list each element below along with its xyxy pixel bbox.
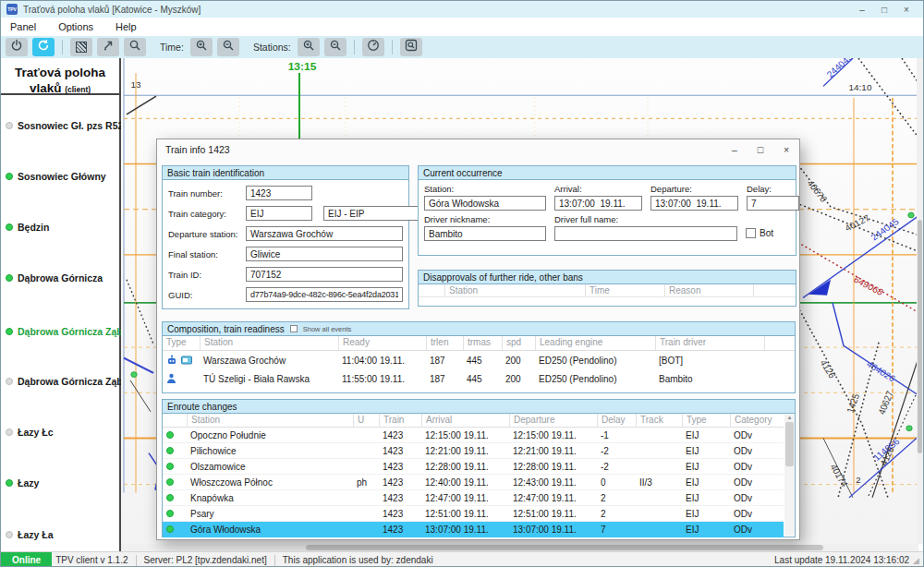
train-position-dot xyxy=(166,478,174,486)
close-button[interactable]: × xyxy=(895,1,918,18)
station-field[interactable] xyxy=(424,196,546,211)
app-icon: TPV xyxy=(6,4,18,15)
bot-checkbox[interactable] xyxy=(746,228,756,238)
enroute-row[interactable]: Knapówka142312:47:00 19.11.12:47:00 19.1… xyxy=(163,490,784,506)
enroute-scrollbar-thumb[interactable] xyxy=(785,422,794,466)
delay-field[interactable] xyxy=(747,196,799,211)
driver-full-name-label: Driver full name: xyxy=(554,214,737,224)
enroute-row[interactable]: Włoszczowa Północph142312:40:00 19.11.12… xyxy=(163,475,784,490)
hatch-button[interactable] xyxy=(70,38,92,56)
menu-item-help[interactable]: Help xyxy=(116,21,137,32)
resize-grip[interactable]: ◢ xyxy=(913,556,919,565)
enroute-row[interactable]: Opoczno Południe142312:15:00 19.11.12:15… xyxy=(163,428,784,443)
toolbar-separator xyxy=(392,40,393,54)
hatch-icon xyxy=(76,42,87,53)
driver-icon xyxy=(166,373,176,384)
svg-text:649068: 649068 xyxy=(852,274,886,297)
menu-item-options[interactable]: Options xyxy=(58,21,93,32)
sidebar-station[interactable]: Dąbrowa Górnicza xyxy=(1,272,121,284)
enroute-cell-type: EIJ xyxy=(682,490,730,505)
composition-col-header: Train driver xyxy=(655,336,764,350)
sidebar-station[interactable]: Dąbrowa Górnicza Ząbkowice DZ xyxy=(1,376,121,387)
minimize-button[interactable]: – xyxy=(851,1,873,18)
enroute-scrollbar[interactable]: ▲ xyxy=(784,415,795,536)
composition-cell-spd: 200 xyxy=(502,351,535,369)
stations-zoom-out-button[interactable] xyxy=(324,38,346,56)
enroute-row[interactable]: Olszamowice142312:28:00 19.11.12:28:00 1… xyxy=(163,459,784,475)
refresh-button[interactable] xyxy=(32,38,55,56)
zoom-reset-button[interactable] xyxy=(124,38,146,56)
enroute-cell-category: ODv xyxy=(730,459,785,474)
station-status-dot xyxy=(6,274,13,282)
dialog-close-button[interactable]: × xyxy=(773,139,799,160)
enroute-cell-category: ODv xyxy=(730,475,785,489)
pan-button[interactable] xyxy=(97,38,119,56)
time-zoom-in-button[interactable] xyxy=(190,38,213,56)
menu-item-panel[interactable]: Panel xyxy=(10,21,36,32)
sidebar-station[interactable]: Sosnowiec Gł. pzs R52 xyxy=(1,120,121,131)
speed-button[interactable] xyxy=(362,38,384,56)
composition-row[interactable]: Warszawa Grochów11:04:00 19.11.187445200… xyxy=(163,351,795,369)
final-station-field[interactable] xyxy=(246,247,403,261)
enroute-cell-departure: 12:51:00 19.11. xyxy=(509,506,597,521)
stations-zoom-in-button[interactable] xyxy=(298,38,320,56)
departure-field[interactable] xyxy=(650,196,738,211)
sidebar-station[interactable]: Łazy Łc xyxy=(1,427,121,438)
sidebar-station[interactable]: Łazy Ła xyxy=(1,529,121,540)
enroute-cell-category: ODv xyxy=(730,428,785,442)
horizontal-scrollbar-thumb[interactable] xyxy=(306,545,823,550)
enroute-col-header: Arrival xyxy=(421,414,509,427)
current-occurrence-group: Current occurrence Station: Arrival: Dep… xyxy=(418,165,796,256)
driver-nickname-field[interactable] xyxy=(424,226,546,241)
sidebar-station[interactable]: Łazy xyxy=(1,477,121,489)
enroute-cell-delay: 2 xyxy=(597,490,636,505)
find-button[interactable] xyxy=(400,38,422,56)
arrival-label: Arrival: xyxy=(554,184,642,194)
enroute-changes-group: Enroute changes StationUTrainArrivalDepa… xyxy=(162,399,796,537)
power-button[interactable] xyxy=(6,38,28,56)
vertical-scrollbar[interactable] xyxy=(917,58,923,544)
driver-full-name-field[interactable] xyxy=(554,226,737,241)
composition-cell-spd: 200 xyxy=(502,369,535,388)
maximize-button[interactable]: □ xyxy=(873,1,895,18)
composition-col-header: trmas xyxy=(463,336,502,350)
sidebar-station[interactable]: Sosnowiec Główny xyxy=(1,171,121,182)
enroute-cell-category: ODv xyxy=(730,522,785,537)
main-area: 4067624404524404540127649068412646402614… xyxy=(1,58,923,551)
sidebar-station[interactable]: Dąbrowa Górnicza Ząbkowice xyxy=(1,326,121,337)
disapprovals-table-header: StationTimeReason xyxy=(419,284,796,297)
train-category-field[interactable] xyxy=(246,206,312,221)
station-label: Łazy Łc xyxy=(18,427,54,438)
show-all-events-checkbox[interactable] xyxy=(290,325,298,332)
dialog-maximize-button[interactable]: □ xyxy=(748,139,773,160)
train-number-field[interactable] xyxy=(246,186,312,200)
driver-nickname-label: Driver nickname: xyxy=(424,214,546,224)
client-suffix: (client) xyxy=(65,85,91,94)
toolbar-separator xyxy=(354,40,355,54)
enroute-cell-arrival: 12:28:00 19.11. xyxy=(421,459,509,474)
scroll-up-icon[interactable]: ▲ xyxy=(787,415,793,420)
enroute-cell-station: Olszamowice xyxy=(187,459,353,474)
train-id-label: Train ID: xyxy=(168,270,246,280)
vertical-scrollbar-thumb[interactable] xyxy=(918,220,922,453)
basic-identification-header: Basic train identification xyxy=(163,166,408,180)
dialog-minimize-button[interactable]: – xyxy=(722,139,748,160)
enroute-row[interactable]: Psary142312:51:00 19.11.12:51:00 19.11.2… xyxy=(163,506,784,522)
enroute-row[interactable]: Góra Włodowska142313:07:00 19.11.13:07:0… xyxy=(163,522,784,537)
svg-text:13: 13 xyxy=(130,80,140,90)
station-status-dot xyxy=(6,479,13,487)
guid-label: GUID: xyxy=(168,290,246,300)
time-zoom-out-button[interactable] xyxy=(217,38,239,56)
arrival-field[interactable] xyxy=(554,196,642,211)
dialog-titlebar[interactable]: Train info 1423 – □ × xyxy=(157,139,799,160)
guid-field[interactable] xyxy=(246,287,403,302)
train-id-field[interactable] xyxy=(246,267,403,282)
composition-row[interactable]: TÚ Szeligi - Biała Rawska11:55:00 19.11.… xyxy=(163,369,795,388)
composition-cell-ready: 11:04:00 19.11. xyxy=(338,351,426,369)
enroute-row[interactable]: Pilichowice142312:21:00 19.11.12:21:00 1… xyxy=(163,443,784,459)
enroute-cell-u xyxy=(353,506,379,521)
sidebar-station[interactable]: Będzin xyxy=(1,222,121,233)
horizontal-scrollbar[interactable] xyxy=(121,544,918,551)
enroute-cell-station: Włoszczowa Północ xyxy=(187,475,353,489)
departure-station-field[interactable] xyxy=(246,226,403,241)
